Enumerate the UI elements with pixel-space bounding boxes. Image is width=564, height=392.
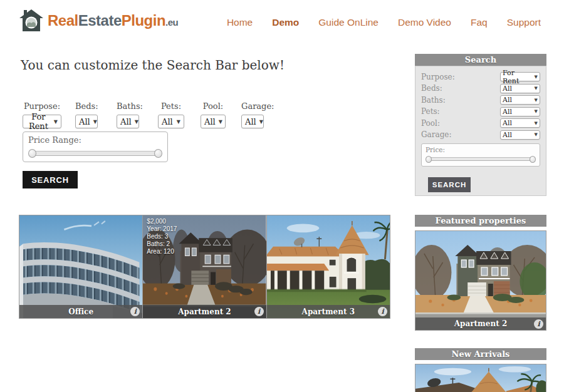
- new-arrival-photo: [415, 364, 546, 392]
- listing-overlay-details: $2,000 Year: 2017 Beds: 3 Baths: 2 Area:…: [147, 218, 177, 255]
- main-nav: Home Demo Guide OnLine Demo Video Faq Su…: [227, 17, 541, 28]
- listing-card-office[interactable]: Office i: [19, 215, 143, 319]
- featured-property-card[interactable]: Apartment 2 i: [415, 230, 546, 331]
- pool-select[interactable]: All▼: [201, 115, 226, 128]
- featured-apartment-2-photo: [415, 231, 546, 330]
- slider-max-handle[interactable]: [530, 156, 536, 163]
- dropdown-arrow-icon: ▼: [135, 119, 138, 125]
- featured-property-title: Apartment 2: [454, 319, 507, 328]
- sidebar-field-pets: Pets: All▼: [421, 107, 540, 116]
- listing-caption-bar: Office i: [19, 305, 142, 318]
- new-arrival-property-card[interactable]: [415, 364, 546, 392]
- overlay-year: Year: 2017: [147, 225, 177, 233]
- office-photo: [19, 215, 142, 318]
- featured-properties-header: Featured properties: [415, 215, 546, 227]
- slider-min-handle[interactable]: [28, 149, 36, 158]
- listing-title: Apartment 2: [178, 307, 231, 316]
- listing-caption-bar: Apartment 2 i: [143, 305, 266, 318]
- dropdown-arrow-icon: ▼: [219, 119, 222, 125]
- pets-select[interactable]: All▼: [158, 115, 184, 128]
- house-logo-icon: [19, 9, 44, 33]
- nav-item-demo-video[interactable]: Demo Video: [398, 17, 451, 28]
- dropdown-arrow-icon: ▼: [177, 119, 180, 125]
- dropdown-arrow-icon: ▼: [535, 98, 538, 103]
- listing-card-apartment-2[interactable]: $2,000 Year: 2017 Beds: 3 Baths: 2 Area:…: [143, 215, 266, 319]
- field-beds: Beds: All▼: [75, 101, 98, 128]
- new-arrivals-header: New Arrivals: [415, 348, 546, 360]
- listing-title: Apartment 3: [302, 307, 355, 316]
- baths-label: Baths:: [117, 101, 139, 111]
- page: RealEstatePlugin.eu Home Demo Guide OnLi…: [0, 0, 564, 392]
- dropdown-arrow-icon: ▼: [535, 132, 538, 137]
- sidebar-pets-select[interactable]: All▼: [500, 107, 540, 116]
- sidebar-field-baths: Baths: All▼: [421, 95, 540, 105]
- price-range-box: Price Range:: [23, 132, 168, 162]
- beds-label: Beds:: [75, 101, 98, 111]
- dropdown-arrow-icon: ▼: [259, 119, 263, 125]
- featured-caption-bar: Apartment 2 i: [415, 317, 546, 330]
- sidebar-search-widget: Purpose: For Rent▼ Beds: All▼ Baths: All…: [415, 66, 546, 196]
- dropdown-arrow-icon: ▼: [93, 119, 97, 125]
- slider-min-handle[interactable]: [426, 156, 432, 163]
- logo-text: RealEstatePlugin.eu: [48, 12, 178, 29]
- dropdown-arrow-icon: ▼: [535, 121, 538, 126]
- sidebar-beds-select[interactable]: All▼: [500, 84, 540, 93]
- field-baths: Baths: All▼: [117, 101, 139, 128]
- page-title: You can customize the Search Bar below!: [21, 58, 285, 73]
- sidebar-price-label: Price:: [426, 146, 536, 153]
- sidebar-pool-select[interactable]: All▼: [500, 118, 540, 128]
- info-icon[interactable]: i: [534, 319, 543, 329]
- field-garage: Garage: All▼: [241, 101, 264, 128]
- listing-card-apartment-3[interactable]: Apartment 3 i: [267, 215, 390, 319]
- info-icon[interactable]: i: [378, 307, 387, 316]
- nav-item-faq[interactable]: Faq: [471, 17, 488, 28]
- dropdown-arrow-icon: ▼: [54, 119, 58, 125]
- sidebar-field-purpose: Purpose: For Rent▼: [421, 72, 540, 81]
- listing-title: Office: [68, 307, 93, 316]
- purpose-select[interactable]: For Rent▼: [23, 115, 61, 128]
- sidebar-garage-select[interactable]: All▼: [500, 130, 540, 140]
- field-pets: Pets: All▼: [158, 101, 184, 128]
- sidebar-search-header: Search: [415, 54, 546, 66]
- slider-max-handle[interactable]: [154, 149, 162, 158]
- site-logo[interactable]: RealEstatePlugin.eu: [19, 9, 178, 33]
- sidebar-price-slider[interactable]: [426, 156, 536, 163]
- dropdown-arrow-icon: ▼: [535, 86, 538, 91]
- nav-item-demo[interactable]: Demo: [272, 17, 299, 28]
- pets-label: Pets:: [158, 101, 184, 111]
- slider-track: [29, 151, 161, 156]
- pool-label: Pool:: [201, 101, 226, 111]
- sidebar-field-beds: Beds: All▼: [421, 84, 540, 93]
- nav-item-home[interactable]: Home: [227, 17, 253, 28]
- search-button[interactable]: SEARCH: [23, 171, 78, 188]
- info-icon[interactable]: i: [254, 307, 264, 316]
- overlay-baths: Baths: 2: [147, 240, 177, 248]
- price-range-slider[interactable]: [28, 149, 162, 158]
- slider-track: [427, 157, 535, 161]
- sidebar-search-button[interactable]: SEARCH: [428, 177, 471, 192]
- overlay-area: Area: 120: [147, 248, 177, 255]
- info-icon[interactable]: i: [130, 307, 140, 316]
- price-range-label: Price Range:: [28, 135, 162, 145]
- field-pool: Pool: All▼: [201, 101, 226, 128]
- listings-row: Office i: [19, 215, 390, 319]
- dropdown-arrow-icon: ▼: [535, 75, 538, 80]
- garage-select[interactable]: All▼: [241, 115, 264, 128]
- sidebar-purpose-select[interactable]: For Rent▼: [500, 72, 540, 81]
- beds-select[interactable]: All▼: [75, 115, 98, 128]
- sidebar-baths-select[interactable]: All▼: [500, 95, 540, 105]
- garage-label: Garage:: [241, 101, 264, 111]
- purpose-label: Purpose:: [23, 101, 61, 111]
- baths-select[interactable]: All▼: [117, 115, 139, 128]
- nav-item-guide-online[interactable]: Guide OnLine: [318, 17, 379, 28]
- overlay-price: $2,000: [147, 218, 177, 225]
- listing-caption-bar: Apartment 3 i: [267, 305, 390, 318]
- apartment-3-photo: [267, 215, 390, 318]
- overlay-beds: Beds: 3: [147, 233, 177, 240]
- dropdown-arrow-icon: ▼: [535, 109, 538, 114]
- field-purpose: Purpose: For Rent▼: [23, 101, 61, 128]
- sidebar-price-box: Price:: [421, 143, 540, 167]
- nav-item-support[interactable]: Support: [507, 17, 541, 28]
- sidebar-field-garage: Garage: All▼: [421, 130, 540, 140]
- sidebar-field-pool: Pool: All▼: [421, 118, 540, 128]
